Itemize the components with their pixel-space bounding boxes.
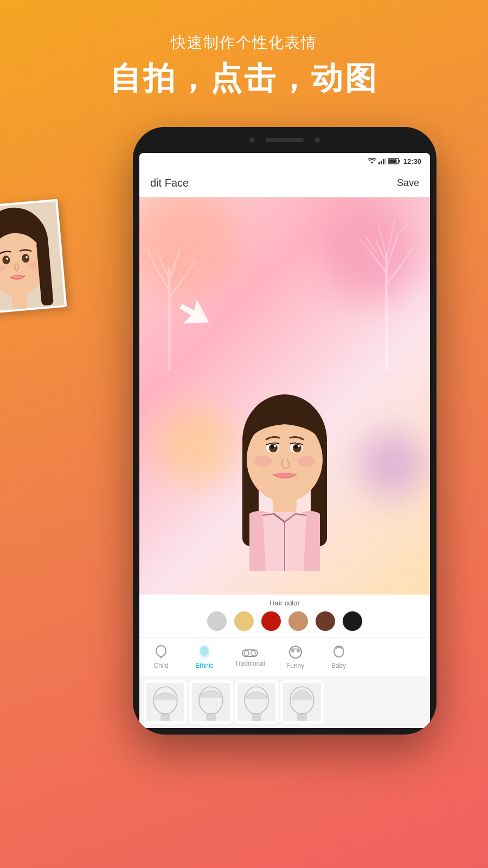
notch-dots [249,137,320,143]
svg-rect-18 [399,160,400,163]
svg-rect-19 [389,159,396,163]
style-thumb-4[interactable] [280,680,324,724]
svg-rect-14 [381,161,382,164]
phone-screen: 12:30 dit Face Save [139,153,430,728]
svg-line-36 [147,249,156,268]
avatar-character [209,375,361,578]
svg-rect-70 [206,713,216,721]
wifi-icon [368,158,376,164]
svg-line-33 [169,276,185,298]
phone-notch [133,127,436,153]
svg-line-21 [370,252,387,273]
style-thumb-1[interactable] [144,680,187,724]
selfie-photo [0,199,67,316]
hair-swatch-black[interactable] [343,611,362,631]
save-button[interactable]: Save [397,177,419,189]
svg-point-57 [201,647,208,655]
tab-funny[interactable]: Funny [274,642,317,672]
svg-point-47 [271,445,274,449]
style-thumb-3[interactable] [235,680,278,724]
hair-swatch-light-brown[interactable] [288,611,308,631]
tab-funny-label: Funny [286,662,304,669]
tab-traditional[interactable]: Traditional [226,644,274,669]
tab-child[interactable]: Child [139,642,183,672]
tab-baby-label: Baby [331,662,346,669]
funny-icon [288,644,303,660]
svg-point-60 [251,650,255,656]
phone-frame: 12:30 dit Face Save [133,127,436,735]
svg-point-50 [298,445,300,447]
style-thumbnails [139,676,430,728]
avatar-area [139,197,430,595]
svg-line-35 [169,249,180,282]
ethnic-icon [198,644,211,660]
tab-ethnic-label: Ethnic [195,662,213,669]
category-tabs: Child Ethnic Tr [139,637,430,676]
svg-point-52 [298,456,315,467]
svg-rect-15 [383,159,384,164]
svg-line-30 [397,222,408,235]
hair-swatch-silver[interactable] [207,611,227,631]
top-text-section: 快速制作个性化表情 自拍，点击，动图 [0,0,488,116]
camera-dot [249,137,255,143]
hair-swatch-brown[interactable] [316,611,335,631]
speaker [266,138,304,142]
hair-swatch-red[interactable] [261,611,281,631]
tab-child-label: Child [153,662,168,669]
hair-color-title: Hair color [139,599,430,607]
svg-point-51 [254,456,272,467]
svg-line-32 [156,268,169,290]
svg-line-25 [378,225,387,257]
title-text: 自拍，点击，动图 [0,58,488,100]
hair-color-section: Hair color [139,595,430,637]
bg-blob-4 [359,432,425,497]
tab-ethnic[interactable]: Ethnic [183,642,226,672]
svg-line-22 [387,263,403,284]
status-bar: 12:30 [139,153,430,169]
baby-icon [332,644,345,660]
svg-point-49 [274,445,276,447]
svg-rect-73 [252,713,261,721]
avatar-svg [209,375,361,576]
subtitle-text: 快速制作个性化表情 [0,33,488,53]
tab-traditional-label: Traditional [235,660,265,667]
svg-line-28 [403,246,414,263]
battery-icon [388,158,400,164]
child-icon [155,644,168,660]
status-time: 12:30 [403,157,421,165]
toolbar-title: dit Face [150,177,189,189]
signal-icon [378,158,386,164]
svg-rect-67 [160,713,170,721]
phone-wrapper: 12:30 dit Face Save [0,127,488,735]
svg-point-55 [156,646,166,656]
style-thumb-2[interactable] [189,680,233,724]
svg-rect-13 [378,162,380,164]
sensor-dot [314,137,320,143]
hair-colors-row [139,611,430,635]
svg-point-61 [290,646,301,658]
svg-point-48 [294,445,298,449]
svg-marker-12 [370,162,374,164]
svg-line-37 [185,260,196,276]
svg-rect-76 [297,713,307,721]
traditional-icon [242,647,258,658]
tab-baby[interactable]: Baby [317,642,361,672]
svg-rect-11 [11,291,28,314]
app-toolbar: dit Face Save [139,169,430,197]
tree-right-decoration [349,208,425,371]
svg-point-59 [245,650,249,656]
svg-line-27 [365,235,376,252]
hair-swatch-blonde[interactable] [234,611,254,631]
svg-rect-16 [385,158,386,164]
status-icons [368,158,400,164]
